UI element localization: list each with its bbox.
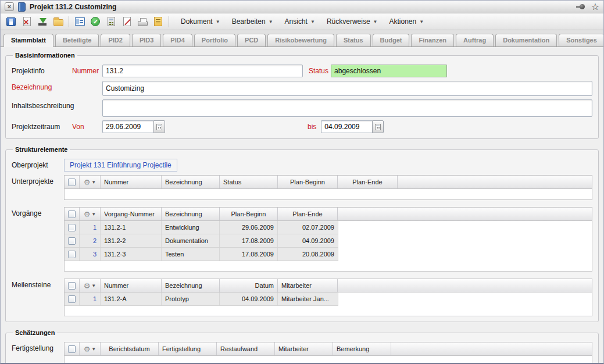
bis-date-input[interactable] — [321, 120, 372, 133]
column-header[interactable]: Plan-Beginn — [220, 208, 278, 220]
gear-menu-button[interactable]: ⚙▼ — [80, 279, 101, 292]
row-number-link[interactable]: 3 — [80, 248, 101, 260]
edit-button[interactable] — [120, 15, 134, 28]
save-button[interactable] — [4, 15, 18, 28]
tab-budget[interactable]: Budget — [373, 34, 410, 47]
von-date-input[interactable] — [102, 120, 153, 133]
column-header[interactable]: Bezeichnung — [162, 176, 220, 188]
row-number-link[interactable]: 2 — [80, 234, 101, 247]
close-button[interactable]: × — [5, 2, 14, 11]
table-row[interactable]: 1 131.2-A Prototyp 04.09.2009 Mitarbeite… — [65, 292, 338, 306]
close-icon: × — [8, 3, 11, 10]
tab-pid4[interactable]: PID4 — [163, 34, 192, 47]
row-checkbox[interactable] — [68, 251, 76, 258]
window-title: Projekt 131.2 Customizing — [30, 3, 116, 11]
bezeichnung-input[interactable] — [102, 81, 592, 96]
form-view-button[interactable] — [73, 15, 87, 28]
menu-ansicht[interactable]: Ansicht▼ — [279, 16, 321, 27]
print-icon — [138, 21, 148, 26]
tab-portfolio[interactable]: Portfolio — [194, 34, 235, 47]
column-header[interactable]: Mitarbeiter — [275, 342, 333, 355]
gear-menu-button[interactable]: ⚙▼ — [80, 176, 101, 188]
oberprojekt-link[interactable]: Projekt 131 Einführung Projectile — [64, 159, 177, 172]
tab-status[interactable]: Status — [336, 34, 371, 47]
app-window: × Projekt 131.2 Customizing ☆ Dokument▼ … — [0, 0, 604, 364]
column-header[interactable]: Plan-Ende — [278, 208, 338, 220]
print-button[interactable] — [135, 15, 149, 28]
folder-open-icon — [53, 19, 63, 26]
form-view-icon — [75, 17, 85, 26]
column-header-filler — [338, 208, 592, 220]
column-header[interactable]: Fertigstellung — [159, 342, 217, 355]
verify-button[interactable] — [88, 15, 102, 28]
column-header[interactable]: Bezeichnung — [162, 279, 220, 292]
select-all-checkbox[interactable] — [68, 345, 76, 353]
tab-auftrag[interactable]: Auftrag — [456, 34, 494, 47]
inhaltsbeschreibung-input[interactable] — [102, 99, 592, 117]
gear-menu-button[interactable]: ⚙▼ — [80, 342, 101, 355]
status-label: Status — [309, 65, 328, 75]
delete-document-icon — [23, 17, 31, 26]
table-row[interactable]: 1 131.2-1 Entwicklung 29.06.2009 02.07.2… — [65, 221, 338, 234]
row-checkbox[interactable] — [68, 295, 76, 303]
column-header[interactable]: Plan-Ende — [338, 176, 398, 188]
column-header-filler — [391, 342, 592, 355]
tab-risikobewertung[interactable]: Risikobewertung — [267, 34, 334, 47]
tab-pid2[interactable]: PID2 — [101, 34, 130, 47]
tab-pcd[interactable]: PCD — [237, 34, 266, 47]
tab-pid3[interactable]: PID3 — [132, 34, 161, 47]
menu-bearbeiten[interactable]: Bearbeiten▼ — [226, 16, 279, 27]
bis-label: bis — [308, 120, 316, 131]
select-all-checkbox[interactable] — [68, 179, 76, 186]
row-checkbox[interactable] — [68, 224, 76, 231]
gear-menu-button[interactable]: ⚙▼ — [80, 208, 101, 220]
menu-dokument[interactable]: Dokument▼ — [175, 16, 226, 27]
table-row[interactable]: 2 131.2-2 Dokumentation 17.08.2009 04.09… — [65, 234, 338, 248]
menu-aktionen[interactable]: Aktionen▼ — [384, 16, 430, 27]
open-folder-button[interactable] — [51, 15, 65, 28]
tab-stammblatt[interactable]: Stammblatt — [3, 34, 53, 47]
column-header[interactable]: Datum — [220, 279, 278, 292]
pin-icon[interactable] — [576, 3, 586, 10]
notes-button[interactable] — [151, 15, 165, 28]
favorite-star-icon[interactable]: ☆ — [591, 2, 599, 12]
cell-vorgang-nummer: 131.2-2 — [101, 234, 162, 247]
von-label: Von — [72, 120, 102, 131]
tab-beteiligte[interactable]: Beteiligte — [55, 34, 99, 47]
column-header[interactable]: Plan-Beginn — [278, 176, 338, 188]
column-header[interactable]: Bezeichnung — [162, 208, 220, 220]
row-checkbox[interactable] — [68, 237, 76, 245]
toolbar-separator — [169, 16, 169, 27]
row-number-link[interactable]: 1 — [80, 292, 101, 305]
chevron-down-icon: ▼ — [216, 19, 220, 24]
column-header[interactable]: Vorgang-Nummer — [101, 208, 162, 220]
nummer-input[interactable] — [102, 65, 303, 77]
calculate-button[interactable] — [104, 15, 118, 28]
section-basisinformationen: Basisinformationen Projektinfo Nummer St… — [5, 52, 599, 139]
column-header[interactable]: Restaufwand — [217, 342, 275, 355]
delete-document-button[interactable] — [20, 15, 34, 28]
select-all-checkbox[interactable] — [68, 210, 76, 218]
tab-finanzen[interactable]: Finanzen — [411, 34, 454, 47]
column-header[interactable]: Status — [220, 176, 278, 188]
chevron-down-icon: ▼ — [91, 347, 96, 352]
tab-sonstiges[interactable]: Sonstiges — [559, 34, 604, 47]
tab-dokumentation[interactable]: Dokumentation — [495, 34, 557, 47]
cell-plan-beginn: 17.08.2009 — [220, 248, 278, 260]
chevron-down-icon: ▼ — [91, 180, 96, 185]
column-header[interactable]: Nummer — [101, 279, 162, 292]
table-body: 1 131.2-1 Entwicklung 29.06.2009 02.07.2… — [65, 221, 592, 271]
column-header[interactable]: Bemerkung — [333, 342, 391, 355]
select-all-checkbox[interactable] — [68, 282, 76, 290]
filter-row — [65, 356, 592, 364]
row-number-link[interactable]: 1 — [80, 221, 101, 234]
von-calendar-button[interactable] — [153, 120, 165, 133]
column-header[interactable]: Mitarbeiter — [278, 279, 338, 292]
column-header[interactable]: Nummer — [101, 176, 162, 188]
menu-rueckverweise[interactable]: Rückverweise▼ — [321, 16, 384, 27]
section-legend: Schätzungen — [13, 329, 57, 336]
download-button[interactable] — [35, 15, 49, 28]
table-row[interactable]: 3 131.2-3 Testen 17.08.2009 20.08.2009 — [65, 248, 338, 261]
bis-calendar-button[interactable] — [372, 120, 384, 133]
column-header[interactable]: Berichtsdatum — [101, 342, 159, 355]
